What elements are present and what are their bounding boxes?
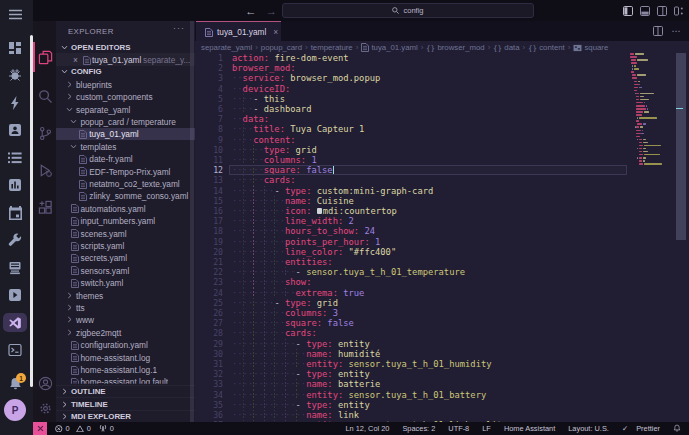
tree-item-tts[interactable]: tts <box>56 301 195 313</box>
code-line-15[interactable]: 15··········name: Cuisine <box>195 196 689 206</box>
ha-sidebar-item-lightning-bolt-icon[interactable] <box>4 92 26 114</box>
code-line-29[interactable]: 29············- type: entity <box>195 339 689 349</box>
remote-indicator[interactable] <box>33 422 47 435</box>
config-section-header[interactable]: CONFIG <box>56 66 195 78</box>
cursor-position[interactable]: Ln 12, Col 20 <box>345 424 389 433</box>
menu-icon[interactable] <box>4 3 26 25</box>
code-line-34[interactable]: 34··············entity: sensor.tuya_t_h_… <box>195 390 689 400</box>
code-line-20[interactable]: 20··········line_color: "#ffc400" <box>195 247 689 257</box>
eol-sequence[interactable]: LF <box>482 424 491 433</box>
code-line-11[interactable]: 11······columns: 1 <box>195 155 689 165</box>
ports-status[interactable]: 0 <box>99 424 114 433</box>
tree-item-secrets-yaml[interactable]: secrets.yaml <box>56 252 195 264</box>
mdi-explorer-section-header[interactable]: MDI EXPLORER <box>56 410 195 422</box>
notifications-icon[interactable] <box>673 424 681 432</box>
code-line-27[interactable]: 27··········square: false <box>195 318 689 328</box>
ha-sidebar-item-account-badge-icon[interactable] <box>4 119 26 141</box>
breadcrumb-item-tuya-01-yaml[interactable]: tuya_01.yaml <box>361 43 417 52</box>
code-line-22[interactable]: 22············- sensor.tuya_t_h_01_tempe… <box>195 267 689 277</box>
code-line-2[interactable]: 2browser_mod: <box>195 63 689 73</box>
tree-item-zigbee2mqtt[interactable]: zigbee2mqtt <box>56 326 195 338</box>
activity-bar-settings-gear-icon[interactable] <box>37 400 53 416</box>
code-line-13[interactable]: 13······cards: <box>195 175 689 185</box>
activity-bar-account-icon[interactable] <box>37 375 53 391</box>
code-line-36[interactable]: 36··············name: link <box>195 410 689 420</box>
tree-item-www[interactable]: www <box>56 314 195 326</box>
ha-sidebar-item-chart-box-icon[interactable] <box>4 174 26 196</box>
code-line-4[interactable]: 4··deviceID: <box>195 84 689 94</box>
outline-section-header[interactable]: OUTLINE <box>56 385 195 397</box>
language-mode[interactable]: Home Assistant <box>504 424 555 433</box>
toggle-panel-icon[interactable] <box>640 6 650 16</box>
code-line-10[interactable]: 10······type: grid <box>195 145 689 155</box>
command-center-search[interactable]: config <box>282 3 534 18</box>
keyboard-layout[interactable]: Layout: U.S. <box>568 424 609 433</box>
minimap[interactable] <box>630 53 670 421</box>
code-line-5[interactable]: 5····- this <box>195 94 689 104</box>
sidebar-scrollbar[interactable] <box>190 21 194 422</box>
code-line-24[interactable]: 24············extrema: true <box>195 288 689 298</box>
tree-item-automations-yaml[interactable]: automations.yaml <box>56 202 195 214</box>
code-line-25[interactable]: 25········- type: grid <box>195 298 689 308</box>
ha-sidebar-item-play-box-icon[interactable] <box>4 284 26 306</box>
tree-item-themes[interactable]: themes <box>56 289 195 301</box>
code-line-14[interactable]: 14········- type: custom:mini-graph-card <box>195 186 689 196</box>
ha-sidebar-item-wrench-icon[interactable] <box>4 229 26 251</box>
tree-item-templates[interactable]: templates <box>56 140 195 152</box>
tree-item-tuya-01-yaml[interactable]: tuya_01.yaml <box>56 128 195 140</box>
tree-item-popup-card-temperature[interactable]: popup_card / temperature <box>56 115 195 127</box>
code-line-8[interactable]: 8····title: Tuya Capteur 1 <box>195 124 689 134</box>
code-line-18[interactable]: 18··········hours_to_show: 24 <box>195 226 689 236</box>
split-editor-icon[interactable] <box>653 26 663 36</box>
tree-item-input-numbers-yaml[interactable]: input_numbers.yaml <box>56 215 195 227</box>
tree-item-home-assistant-log[interactable]: home-assistant.log <box>56 351 195 363</box>
code-line-28[interactable]: 28··········cards: <box>195 328 689 338</box>
tree-item-date-fr-yaml[interactable]: date-fr.yaml <box>56 153 195 165</box>
problems-status[interactable]: 0 0 <box>55 424 91 433</box>
tab-tuya-01-yaml[interactable]: tuya_01.yaml × <box>196 21 281 41</box>
code-line-1[interactable]: 1action: fire-dom-event <box>195 53 689 63</box>
breadcrumb-item-popup-card[interactable]: popup_card <box>261 43 302 52</box>
tree-item-scenes-yaml[interactable]: scenes.yaml <box>56 227 195 239</box>
activity-bar-search-icon[interactable] <box>37 88 53 104</box>
indentation[interactable]: Spaces: 2 <box>402 424 435 433</box>
activity-bar-files-icon[interactable] <box>37 49 53 65</box>
more-actions-icon[interactable]: ⋯ <box>672 26 682 36</box>
code-line-17[interactable]: 17··········line_width: 2 <box>195 216 689 226</box>
code-line-9[interactable]: 9····content: <box>195 135 689 145</box>
tree-item-separate-yaml[interactable]: separate_yaml <box>56 103 195 115</box>
code-line-16[interactable]: 16··········icon: mdi:countertop <box>195 206 689 216</box>
ha-sidebar-item-terminal-icon[interactable] <box>4 339 26 361</box>
code-line-6[interactable]: 6····- dashboard <box>195 104 689 114</box>
navigate-back-icon[interactable]: ← <box>245 5 257 17</box>
breadcrumb-item-separate-yaml[interactable]: separate_yaml <box>201 43 252 52</box>
activity-bar-extensions-icon[interactable] <box>37 199 53 215</box>
code-line-33[interactable]: 33··············name: batterie <box>195 379 689 389</box>
code-line-35[interactable]: 35············- type: entity <box>195 400 689 410</box>
ha-sidebar-item-vscode-icon[interactable] <box>4 312 26 334</box>
code-editor[interactable]: 1action: fire-dom-event2browser_mod:3··s… <box>195 53 689 422</box>
activity-bar-source-control-icon[interactable] <box>37 125 53 141</box>
timeline-section-header[interactable]: TIMELINE <box>56 397 195 409</box>
toggle-sidebar-left-icon[interactable] <box>623 6 633 16</box>
code-line-19[interactable]: 19··········points_per_hour: 1 <box>195 237 689 247</box>
tree-item-sensors-yaml[interactable]: sensors.yaml <box>56 264 195 276</box>
encoding[interactable]: UTF-8 <box>448 424 469 433</box>
tree-item-home-assistant-log-1[interactable]: home-assistant.log.1 <box>56 363 195 375</box>
code-line-21[interactable]: 21··········entities: <box>195 257 689 267</box>
activity-bar-run-debug-icon[interactable] <box>37 162 53 178</box>
tree-item-zlinky-somme-conso-yaml[interactable]: zlinky_somme_conso.yaml <box>56 190 195 202</box>
code-line-3[interactable]: 3··service: browser_mod.popup <box>195 73 689 83</box>
tree-item-blueprints[interactable]: blueprints <box>56 78 195 90</box>
tree-item-custom-components[interactable]: custom_components <box>56 91 195 103</box>
code-line-7[interactable]: 7··data: <box>195 114 689 124</box>
open-editors-section-header[interactable]: OPEN EDITORS <box>56 41 195 53</box>
breadcrumb-item-data[interactable]: {}data <box>493 43 519 52</box>
formatter-status[interactable]: ✓ Prettier <box>622 424 660 433</box>
code-line-23[interactable]: 23··········show: <box>195 277 689 287</box>
tree-item-edf-tempo-prix-yaml[interactable]: EDF-Tempo-Prix.yaml <box>56 165 195 177</box>
breadcrumb-item-content[interactable]: {}content <box>528 43 565 52</box>
code-line-31[interactable]: 31··············entity: sensor.tuya_t_h_… <box>195 359 689 369</box>
navigate-forward-icon[interactable]: → <box>266 5 278 17</box>
breadcrumb-item-browser-mod[interactable]: {}browser_mod <box>426 43 484 52</box>
